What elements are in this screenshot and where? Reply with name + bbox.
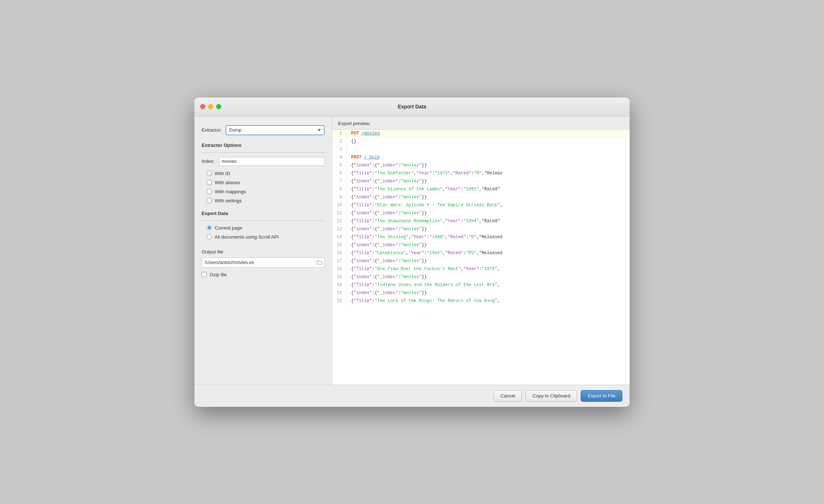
- line-content: {"index":{"_index":"movies"}}: [351, 225, 630, 233]
- code-line: 14{"Title":"The Shining","Year":"1980","…: [332, 233, 630, 241]
- line-content: {"Title":"The Lord of the Rings: The Ret…: [351, 297, 630, 305]
- code-line: 1PUT /movies: [332, 129, 630, 137]
- output-input-row: [202, 257, 325, 268]
- line-content: {"Title":"The Godfather","Year":"1972","…: [351, 169, 630, 177]
- checkbox-with-id: With ID: [202, 171, 325, 176]
- all-docs-radio[interactable]: [207, 234, 212, 239]
- line-number: 21: [332, 289, 347, 297]
- with-settings-checkbox[interactable]: [207, 198, 212, 203]
- line-number: 18: [332, 265, 347, 273]
- divider-1: [202, 152, 325, 153]
- line-number: 13: [332, 225, 347, 233]
- traffic-lights: [200, 104, 221, 109]
- current-page-radio[interactable]: [207, 225, 212, 230]
- line-number: 1: [332, 129, 347, 137]
- line-content: {"index":{"_index":"movies"}}: [351, 193, 630, 201]
- radio-all-docs: All documents using Scroll API: [202, 234, 325, 240]
- export-data-header: Export Data: [202, 211, 325, 216]
- line-number: 10: [332, 201, 347, 209]
- with-mappings-checkbox[interactable]: [207, 189, 212, 194]
- code-line: 18{"Title":"One Flew Over the Cuckoo's N…: [332, 265, 630, 273]
- line-number: 15: [332, 241, 347, 249]
- checkbox-with-mappings: With mappings: [202, 189, 325, 194]
- window-title: Export Data: [398, 104, 427, 110]
- line-content: [351, 145, 630, 153]
- index-input[interactable]: [219, 157, 325, 166]
- line-content: {"Title":"The Shining","Year":"1980","Ra…: [351, 233, 630, 241]
- maximize-button[interactable]: [216, 104, 221, 109]
- divider-2: [202, 220, 325, 221]
- export-to-file-button[interactable]: Export to File: [581, 390, 622, 402]
- line-number: 22: [332, 297, 347, 305]
- line-number: 4: [332, 153, 347, 161]
- extractor-row: Extractor: Dump CSV JSON: [202, 125, 325, 135]
- code-line: 12{"Title":"The Shawshank Redemption","Y…: [332, 217, 630, 225]
- line-number: 16: [332, 249, 347, 257]
- line-number: 9: [332, 193, 347, 201]
- line-content: PUT /movies: [351, 129, 630, 137]
- line-content: {"index":{"_index":"movies"}}: [351, 273, 630, 281]
- current-page-label: Current page: [215, 225, 242, 231]
- with-mappings-label: With mappings: [215, 189, 246, 194]
- line-number: 8: [332, 185, 347, 193]
- code-line: 13{"index":{"_index":"movies"}}: [332, 225, 630, 233]
- line-number: 14: [332, 233, 347, 241]
- extractor-options-header: Extractor Options: [202, 142, 325, 148]
- folder-browse-button[interactable]: [314, 257, 324, 268]
- code-line: 5{"index":{"_index":"movies"}}: [332, 161, 630, 169]
- code-area[interactable]: 1PUT /movies2{}34POST /_bulk5{"index":{"…: [332, 129, 630, 385]
- line-number: 12: [332, 217, 347, 225]
- title-bar: Export Data: [194, 98, 630, 116]
- code-line: 22{"Title":"The Lord of the Rings: The R…: [332, 297, 630, 305]
- line-number: 5: [332, 161, 347, 169]
- copy-to-clipboard-button[interactable]: Copy to Clipboard: [526, 390, 577, 402]
- line-content: POST /_bulk: [351, 153, 630, 161]
- code-line: 16{"Title":"Casablanca","Year":"1942","R…: [332, 249, 630, 257]
- line-content: {"index":{"_index":"movies"}}: [351, 209, 630, 217]
- extractor-select[interactable]: Dump CSV JSON: [226, 125, 325, 135]
- code-line: 8{"Title":"The Silence of the Lambs","Ye…: [332, 185, 630, 193]
- code-line: 17{"index":{"_index":"movies"}}: [332, 257, 630, 265]
- output-section: Output file: Gzip file: [202, 249, 325, 281]
- all-docs-label: All documents using Scroll API: [215, 234, 279, 240]
- code-line: 19{"index":{"_index":"movies"}}: [332, 273, 630, 281]
- gzip-checkbox[interactable]: [202, 272, 207, 277]
- code-line: 20{"Title":"Indiana Jones and the Raider…: [332, 281, 630, 289]
- line-content: {"Title":"One Flew Over the Cuckoo's Nes…: [351, 265, 630, 273]
- with-id-checkbox[interactable]: [207, 171, 212, 176]
- index-row: Index:: [202, 157, 325, 166]
- code-line: 11{"index":{"_index":"movies"}}: [332, 209, 630, 217]
- line-content: {"Title":"Indiana Jones and the Raiders …: [351, 281, 630, 289]
- line-content: {"index":{"_index":"movies"}}: [351, 289, 630, 297]
- extractor-label: Extractor:: [202, 127, 222, 133]
- line-content: {}: [351, 137, 630, 145]
- code-line: 3: [332, 145, 630, 153]
- line-content: {"Title":"Casablanca","Year":"1942","Rat…: [351, 249, 630, 257]
- line-content: {"Title":"Star Wars: Episode V - The Emp…: [351, 201, 630, 209]
- line-content: {"index":{"_index":"movies"}}: [351, 257, 630, 265]
- code-line: 10{"Title":"Star Wars: Episode V - The E…: [332, 201, 630, 209]
- code-line: 9{"index":{"_index":"movies"}}: [332, 193, 630, 201]
- minimize-button[interactable]: [208, 104, 213, 109]
- checkbox-with-settings: With settings: [202, 198, 325, 203]
- line-number: 6: [332, 169, 347, 177]
- output-file-label: Output file:: [202, 249, 325, 255]
- preview-label: Export preview:: [332, 116, 630, 129]
- code-line: 21{"index":{"_index":"movies"}}: [332, 289, 630, 297]
- with-id-label: With ID: [215, 171, 230, 176]
- output-path-input[interactable]: [202, 260, 314, 265]
- line-content: {"index":{"_index":"movies"}}: [351, 241, 630, 249]
- close-button[interactable]: [200, 104, 205, 109]
- gzip-row: Gzip file: [202, 272, 325, 277]
- radio-current-page: Current page: [202, 225, 325, 231]
- with-aliases-checkbox[interactable]: [207, 180, 212, 185]
- right-panel: Export preview: 1PUT /movies2{}34POST /_…: [332, 116, 630, 385]
- code-line: 7{"index":{"_index":"movies"}}: [332, 177, 630, 185]
- line-content: {"Title":"The Shawshank Redemption","Yea…: [351, 217, 630, 225]
- cancel-button[interactable]: Cancel: [494, 390, 522, 402]
- code-line: 2{}: [332, 137, 630, 145]
- line-content: {"index":{"_index":"movies"}}: [351, 161, 630, 169]
- with-settings-label: With settings: [215, 198, 242, 203]
- bottom-bar: Cancel Copy to Clipboard Export to File: [194, 385, 630, 407]
- code-line: 4POST /_bulk: [332, 153, 630, 161]
